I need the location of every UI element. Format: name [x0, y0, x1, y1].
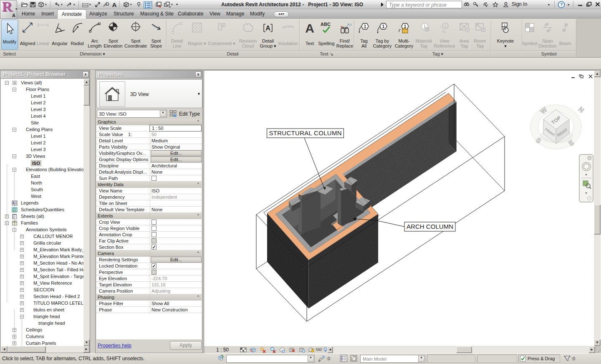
svg-text:ABC: ABC: [321, 22, 331, 27]
svg-text:1: 1: [364, 24, 366, 29]
svg-text:1: 1: [444, 24, 446, 28]
svg-text:?: ?: [560, 2, 563, 7]
svg-text:1: 1: [106, 3, 108, 5]
svg-text:1: 1: [382, 24, 385, 29]
svg-text:ARCH COLUMN: ARCH COLUMN: [407, 223, 453, 230]
svg-text:1: 1: [467, 29, 468, 32]
svg-text:A: A: [265, 25, 270, 32]
svg-text:1: 1: [504, 23, 506, 27]
svg-text:A C: A C: [347, 23, 351, 27]
svg-text:A: A: [112, 1, 117, 8]
svg-text:N: N: [577, 106, 586, 114]
svg-text:A: A: [305, 21, 314, 35]
svg-text:STRUCTURAL COLUMN: STRUCTURAL COLUMN: [269, 129, 342, 136]
